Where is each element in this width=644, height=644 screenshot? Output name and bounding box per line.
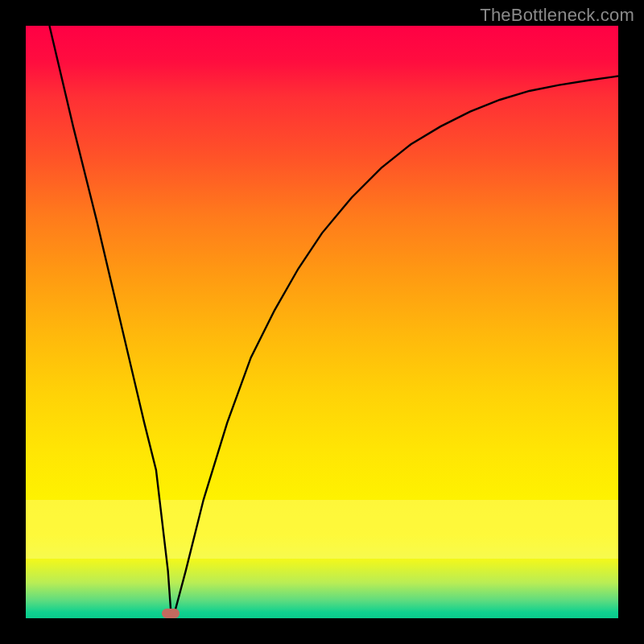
plot-area — [26, 26, 618, 618]
bottleneck-curve-svg — [26, 26, 618, 618]
watermark-text: TheBottleneck.com — [480, 5, 634, 26]
chart-frame: TheBottleneck.com — [0, 0, 644, 644]
minimum-marker — [162, 609, 180, 618]
bottleneck-curve — [49, 26, 618, 615]
